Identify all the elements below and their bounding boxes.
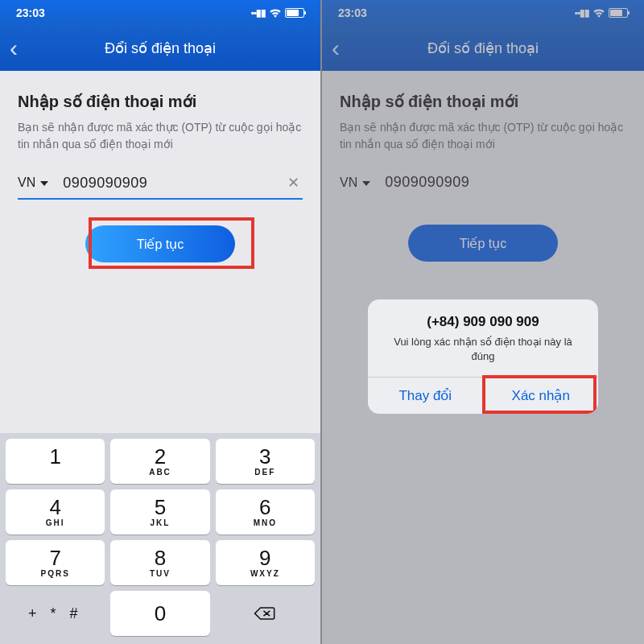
key-9[interactable]: 9WXYZ bbox=[216, 540, 315, 585]
country-code[interactable]: VN bbox=[18, 175, 35, 190]
key-2[interactable]: 2ABC bbox=[110, 439, 209, 484]
continue-label: Tiếp tục bbox=[137, 237, 184, 252]
key-0[interactable]: 0 bbox=[110, 591, 209, 636]
confirm-alert: (+84) 909 090 909 Vui lòng xác nhận số đ… bbox=[368, 299, 598, 414]
page-title: Đổi số điện thoại bbox=[10, 39, 311, 57]
numeric-keypad: 1 2ABC 3DEF 4GHI 5JKL 6MNO 7PQRS 8TUV 9W… bbox=[0, 433, 320, 644]
chevron-down-icon[interactable] bbox=[40, 181, 48, 186]
wifi-icon bbox=[269, 8, 282, 18]
heading: Nhập số điện thoại mới bbox=[18, 92, 303, 111]
content: Nhập số điện thoại mới Bạn sẽ nhận được … bbox=[0, 71, 320, 262]
clear-icon[interactable]: ✕ bbox=[284, 174, 303, 192]
key-symbols[interactable]: + * # bbox=[6, 591, 105, 636]
screenshot-left: 23:03 ▪▪▮▮ ‹ Đổi số điện thoại Nhập số đ… bbox=[0, 0, 322, 644]
phone-input[interactable]: 0909090909 bbox=[63, 175, 284, 192]
key-7[interactable]: 7PQRS bbox=[6, 540, 105, 585]
screenshot-right: 23:03 ▪▪▮▮ ‹ Đổi số điện thoại Nhập số đ… bbox=[322, 0, 644, 644]
nav-bar: ‹ Đổi số điện thoại bbox=[0, 26, 320, 71]
alert-message: Vui lòng xác nhận số điện thoại này là đ… bbox=[382, 335, 584, 364]
status-bar: 23:03 ▪▪▮▮ bbox=[0, 0, 320, 26]
key-4[interactable]: 4GHI bbox=[6, 489, 105, 535]
key-8[interactable]: 8TUV bbox=[110, 540, 209, 585]
clock: 23:03 bbox=[16, 6, 45, 19]
subheading: Bạn sẽ nhận được mã xác thực (OTP) từ cu… bbox=[18, 119, 303, 153]
alert-cancel-button[interactable]: Thay đổi bbox=[368, 378, 484, 414]
backspace-icon bbox=[254, 605, 276, 621]
phone-input-row: VN 0909090909 ✕ bbox=[18, 174, 303, 200]
key-6[interactable]: 6MNO bbox=[216, 489, 315, 535]
status-icons: ▪▪▮▮ bbox=[250, 7, 304, 19]
key-backspace[interactable] bbox=[216, 591, 315, 636]
button-row: Tiếp tục bbox=[18, 225, 303, 262]
alert-title: (+84) 909 090 909 bbox=[382, 314, 584, 330]
continue-button[interactable]: Tiếp tục bbox=[85, 225, 235, 262]
highlight-box bbox=[482, 375, 597, 414]
signal-icon: ▪▪▮▮ bbox=[250, 7, 266, 19]
key-5[interactable]: 5JKL bbox=[110, 489, 209, 535]
battery-icon bbox=[285, 8, 304, 18]
key-1[interactable]: 1 bbox=[6, 439, 105, 484]
key-3[interactable]: 3DEF bbox=[216, 439, 315, 484]
